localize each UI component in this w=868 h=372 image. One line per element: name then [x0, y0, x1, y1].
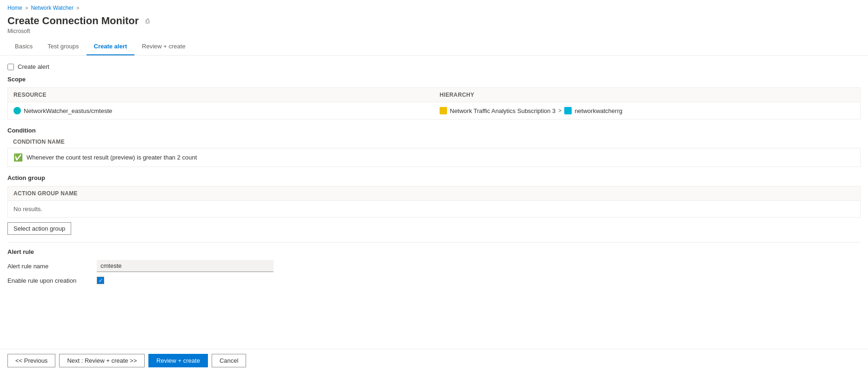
page-subtitle: Microsoft	[0, 28, 868, 38]
tabs: Basics Test groups Create alert Review +…	[0, 38, 868, 56]
ag-no-results: No results.	[8, 201, 860, 217]
tab-review-create[interactable]: Review + create	[134, 38, 193, 55]
breadcrumb: Home > Network Watcher >	[0, 0, 868, 13]
create-alert-row: Create alert	[7, 63, 861, 70]
page-header: Create Connection Monitor ⎙	[0, 13, 868, 28]
scope-header-row: Resource Hierarchy	[8, 88, 860, 102]
alert-rule-name-row: Alert rule name	[7, 260, 861, 272]
resource-group-name: networkwatcherrg	[574, 107, 622, 114]
hierarchy-header: Hierarchy	[434, 88, 860, 102]
check-icon: ✅	[13, 153, 23, 162]
resource-cell: NetworkWatcher_eastus/cmteste	[8, 102, 434, 119]
scope-data-row: NetworkWatcher_eastus/cmteste Network Tr…	[8, 102, 860, 119]
scope-title: Scope	[7, 76, 861, 83]
hierarchy-cell: Network Traffic Analytics Subscription 3…	[434, 102, 860, 119]
create-alert-checkbox[interactable]	[7, 64, 14, 70]
condition-text: Whenever the count test result (preview)…	[27, 154, 197, 161]
tab-basics[interactable]: Basics	[7, 38, 40, 55]
ag-name-header: Action group name	[8, 186, 860, 201]
enable-rule-label: Enable rule upon creation	[7, 277, 91, 284]
resource-header: Resource	[8, 88, 434, 102]
resource-name: NetworkWatcher_eastus/cmteste	[24, 107, 112, 114]
subscription-name: Network Traffic Analytics Subscription 3	[450, 107, 555, 114]
resource-icon	[13, 107, 21, 114]
alert-rule-name-input[interactable]	[97, 260, 274, 272]
resource-group-icon	[564, 107, 572, 114]
scope-section: Resource Hierarchy NetworkWatcher_eastus…	[7, 87, 861, 120]
print-button[interactable]: ⎙	[143, 15, 152, 27]
action-group-table: Action group name No results.	[7, 186, 861, 218]
breadcrumb-sep1: >	[25, 5, 28, 11]
action-group-title: Action group	[7, 174, 861, 181]
subscription-icon	[440, 107, 447, 114]
tab-create-alert[interactable]: Create alert	[87, 38, 135, 55]
enable-rule-row: Enable rule upon creation	[7, 277, 861, 284]
enable-rule-checkbox[interactable]	[97, 277, 104, 284]
create-alert-label[interactable]: Create alert	[18, 63, 49, 70]
condition-section: Condition Condition name ✅ Whenever the …	[7, 127, 861, 167]
alert-rule-section: Alert rule Alert rule name Enable rule u…	[7, 248, 861, 284]
breadcrumb-sep2: >	[76, 5, 79, 11]
condition-box: ✅ Whenever the count test result (previe…	[7, 148, 861, 167]
condition-title: Condition	[7, 127, 861, 134]
condition-name-header: Condition name	[7, 139, 861, 145]
breadcrumb-network-watcher[interactable]: Network Watcher	[31, 5, 73, 11]
action-group-section: Action group Action group name No result…	[7, 174, 861, 235]
main-content: Create alert Scope Resource Hierarchy Ne…	[0, 63, 868, 284]
breadcrumb-home[interactable]: Home	[7, 5, 22, 11]
divider	[7, 242, 861, 243]
tab-test-groups[interactable]: Test groups	[40, 38, 86, 55]
print-icon: ⎙	[146, 17, 149, 25]
hierarchy-sep: >	[558, 107, 561, 114]
select-action-group-button[interactable]: Select action group	[7, 222, 71, 235]
alert-rule-name-label: Alert rule name	[7, 263, 91, 270]
page-title: Create Connection Monitor	[7, 15, 139, 27]
alert-rule-title: Alert rule	[7, 248, 861, 255]
